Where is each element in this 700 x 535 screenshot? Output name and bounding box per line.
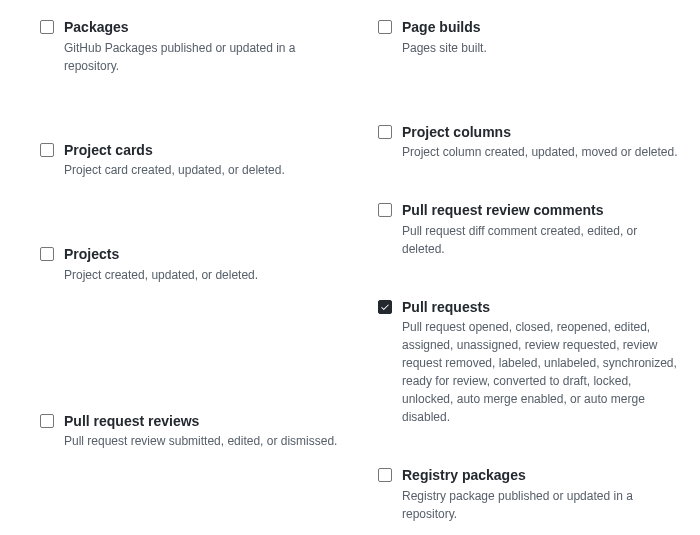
event-pull-request-review-comments: Pull request review commentsPull request… [378,201,680,258]
event-title: Project cards [64,141,342,161]
spacer [40,312,342,412]
spacer [378,189,680,201]
event-title: Registry packages [402,466,680,486]
checkbox-project-columns[interactable] [378,125,392,139]
checkbox-page-builds[interactable] [378,20,392,34]
event-content: PackagesGitHub Packages published or upd… [64,18,342,75]
spacer [40,207,342,245]
event-page-builds: Page buildsPages site built. [378,18,680,57]
events-columns: PackagesGitHub Packages published or upd… [40,18,680,535]
checkbox-pull-requests[interactable] [378,300,392,314]
event-registry-packages: Registry packagesRegistry package publis… [378,466,680,523]
spacer [40,478,342,535]
event-content: Registry packagesRegistry package publis… [402,466,680,523]
checkbox-registry-packages[interactable] [378,468,392,482]
event-title: Packages [64,18,342,38]
spacer [378,454,680,466]
spacer [378,286,680,298]
event-description: Pages site built. [402,39,680,57]
event-content: Project cardsProject card created, updat… [64,141,342,180]
event-description: Registry package published or updated in… [402,487,680,523]
event-content: Page buildsPages site built. [402,18,680,57]
event-description: Pull request diff comment created, edite… [402,222,680,258]
event-description: Pull request review submitted, edited, o… [64,432,342,450]
event-content: Pull request reviewsPull request review … [64,412,342,451]
event-description: Project column created, updated, moved o… [402,143,680,161]
event-description: Project created, updated, or deleted. [64,266,342,284]
checkbox-pull-request-reviews[interactable] [40,414,54,428]
event-title: Pull requests [402,298,680,318]
event-title: Page builds [402,18,680,38]
event-content: ProjectsProject created, updated, or del… [64,245,342,284]
event-title: Pull request review comments [402,201,680,221]
spacer [40,103,342,141]
checkbox-pull-request-review-comments[interactable] [378,203,392,217]
spacer [378,85,680,123]
event-content: Pull requestsPull request opened, closed… [402,298,680,427]
event-packages: PackagesGitHub Packages published or upd… [40,18,342,75]
event-description: GitHub Packages published or updated in … [64,39,342,75]
events-column-left: PackagesGitHub Packages published or upd… [40,18,342,535]
event-title: Project columns [402,123,680,143]
event-description: Project card created, updated, or delete… [64,161,342,179]
checkbox-packages[interactable] [40,20,54,34]
event-title: Pull request reviews [64,412,342,432]
event-pull-request-reviews: Pull request reviewsPull request review … [40,412,342,451]
checkbox-projects[interactable] [40,247,54,261]
event-project-columns: Project columnsProject column created, u… [378,123,680,162]
event-projects: ProjectsProject created, updated, or del… [40,245,342,284]
event-content: Pull request review commentsPull request… [402,201,680,258]
event-content: Project columnsProject column created, u… [402,123,680,162]
event-description: Pull request opened, closed, reopened, e… [402,318,680,426]
event-title: Projects [64,245,342,265]
checkmark-icon [380,302,390,312]
event-project-cards: Project cardsProject card created, updat… [40,141,342,180]
event-pull-requests: Pull requestsPull request opened, closed… [378,298,680,427]
events-column-right: Page buildsPages site built.Project colu… [378,18,680,535]
checkbox-project-cards[interactable] [40,143,54,157]
